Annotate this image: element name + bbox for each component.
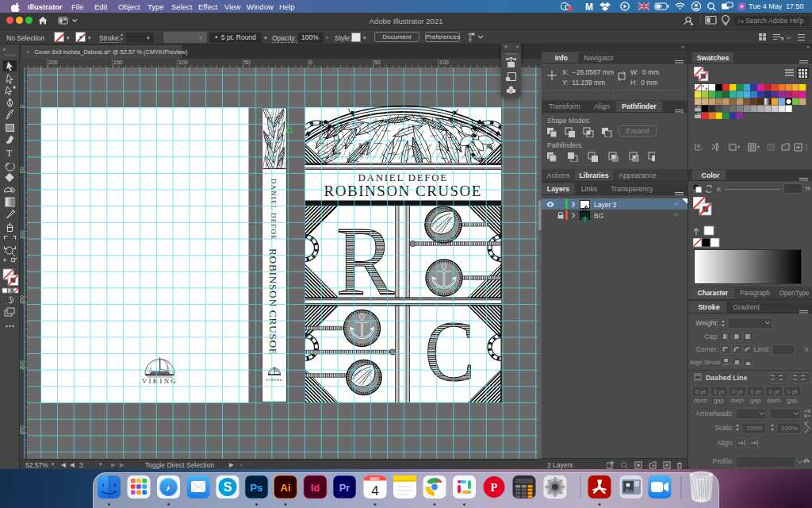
svg-text:150: 150	[20, 295, 25, 305]
svg-text:0 pt: 0 pt	[714, 388, 725, 395]
svg-text:100%: 100%	[746, 425, 762, 432]
svg-text:x: x	[805, 345, 809, 353]
svg-text:150: 150	[113, 60, 123, 65]
svg-text:DANIEL DEFOE: DANIEL DEFOE	[358, 171, 448, 183]
svg-text:gap: gap	[787, 397, 798, 404]
svg-text:»: »	[2, 46, 6, 53]
svg-text:0 pt: 0 pt	[787, 388, 798, 395]
svg-text:Ps: Ps	[251, 482, 263, 494]
svg-text:Align Stroke:: Align Stroke:	[690, 359, 722, 366]
svg-text:gap: gap	[714, 397, 725, 404]
svg-text:DANIEL DEFOE: DANIEL DEFOE	[270, 179, 278, 241]
svg-text:ROBINSON CRUSOE: ROBINSON CRUSOE	[267, 248, 279, 356]
svg-text:Ai: Ai	[281, 482, 291, 494]
svg-text:dash: dash	[767, 397, 780, 404]
svg-text:dash: dash	[694, 397, 707, 404]
svg-text:Profile:: Profile:	[713, 457, 733, 465]
svg-text:dash: dash	[730, 397, 744, 404]
svg-text:200: 200	[48, 60, 58, 65]
svg-text:Cap:: Cap:	[704, 333, 718, 341]
svg-text:200: 200	[20, 360, 25, 370]
svg-text:50: 50	[374, 60, 381, 65]
svg-text:4: 4	[371, 483, 378, 498]
svg-text:0: 0	[309, 60, 312, 65]
svg-text:P: P	[491, 482, 498, 494]
svg-text:100: 100	[178, 60, 188, 65]
svg-text:M: M	[585, 2, 593, 13]
svg-text:S: S	[224, 480, 232, 494]
svg-text:T: T	[6, 148, 13, 159]
svg-text:VIKING: VIKING	[142, 377, 178, 385]
svg-text:250: 250	[20, 425, 25, 435]
svg-text:0 pt: 0 pt	[732, 388, 743, 395]
svg-text:100: 100	[20, 230, 25, 240]
svg-text:100%: 100%	[781, 425, 797, 432]
svg-text:C: C	[425, 304, 475, 398]
svg-text:0 pt: 0 pt	[768, 388, 779, 395]
svg-text:Pr: Pr	[339, 482, 350, 494]
svg-text:ROBINSON CRUSOE: ROBINSON CRUSOE	[324, 183, 482, 199]
svg-text:VIKING: VIKING	[266, 378, 283, 382]
svg-text:Arrowheads:: Arrowheads:	[695, 410, 733, 418]
svg-text:Dashed Line: Dashed Line	[706, 374, 747, 382]
svg-text:Id: Id	[311, 482, 320, 494]
svg-text:50: 50	[244, 60, 251, 65]
svg-text:100: 100	[439, 60, 449, 65]
svg-text:MAY: MAY	[370, 476, 380, 481]
svg-text:0: 0	[20, 105, 25, 108]
svg-text:Limit:: Limit:	[754, 345, 770, 353]
svg-text:Align:: Align:	[717, 439, 733, 447]
svg-text:gap: gap	[750, 397, 761, 404]
svg-text:0 pt: 0 pt	[695, 388, 707, 395]
svg-text:0 pt: 0 pt	[750, 388, 761, 395]
svg-text:Weight:: Weight:	[695, 319, 718, 327]
svg-text:Corner:: Corner:	[696, 345, 718, 353]
svg-text:Scale:: Scale:	[714, 424, 733, 432]
